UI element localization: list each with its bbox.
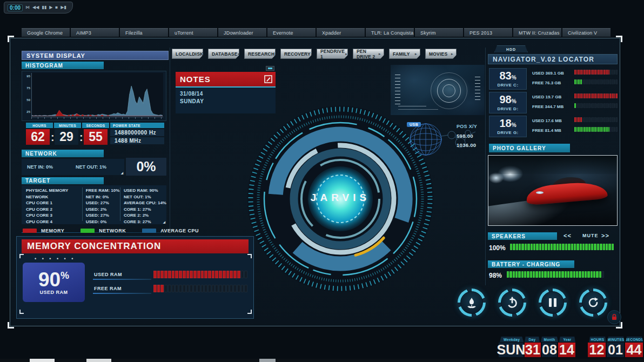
media-player-bar: 0:00 ⋈ ◀◀ ▮▮ ▶ ■ ▶▮ bbox=[4, 2, 73, 14]
button-research[interactable]: RESEARCH► bbox=[244, 49, 276, 59]
battery-title: BATTERY - CHARGING bbox=[492, 262, 560, 267]
button-recovery[interactable]: RECOVERY► bbox=[280, 49, 312, 59]
uptime-seconds: 55 bbox=[84, 129, 108, 145]
speaker-bar[interactable] bbox=[510, 244, 614, 250]
gallery-flower-button[interactable] bbox=[458, 289, 486, 317]
network-title: NETWORK bbox=[25, 151, 57, 157]
power-state-mhz: 1488 MHz bbox=[110, 137, 164, 144]
previous-track-icon[interactable]: ◀◀ bbox=[32, 5, 39, 10]
battery-bar bbox=[507, 271, 604, 278]
y-tick: 95 bbox=[26, 75, 30, 78]
histogram-svg bbox=[32, 73, 163, 116]
histogram-chart bbox=[31, 73, 163, 117]
taskbar-sliver-segment bbox=[259, 359, 276, 362]
button-family[interactable]: FAMILY► bbox=[389, 49, 420, 59]
clock-hours: 12 bbox=[588, 343, 606, 357]
used-ram-bar-label: USED RAM bbox=[94, 272, 122, 277]
speaker-level: 100% bbox=[489, 244, 506, 252]
y-tick: 75 bbox=[26, 86, 30, 90]
pos-x-value: 598.00 bbox=[457, 131, 477, 140]
navigator-header: NAVIGATOR_V.02 LOCATOR bbox=[488, 54, 618, 64]
taskbar-item-xpadder[interactable]: Xpadder bbox=[317, 28, 365, 37]
drive-used-label: USED 19.7 GB bbox=[532, 95, 561, 99]
lock-icon bbox=[611, 313, 618, 321]
network-usage-big: 0% bbox=[126, 158, 166, 176]
taskbar-item-jdownloader[interactable]: JDownloader bbox=[218, 28, 266, 37]
clock-day: 31 bbox=[525, 343, 541, 357]
taskbar-item-mtw2[interactable]: MTW II: Cruzadas bbox=[513, 28, 561, 37]
drive-free-label: FREE 81.4 MB bbox=[532, 128, 561, 133]
drive-pct-num: 98 bbox=[499, 93, 511, 105]
edit-pencil-icon[interactable] bbox=[264, 75, 272, 83]
stop-icon[interactable]: ■ bbox=[55, 5, 58, 10]
button-label: PEN DRIVE 2 bbox=[357, 49, 378, 59]
taskbar-item-aimp3[interactable]: AIMP3 bbox=[71, 28, 119, 37]
seconds-clock-label: SECONDS bbox=[626, 337, 643, 342]
taskbar-item-tlr[interactable]: TLR: La Conquista bbox=[366, 28, 414, 37]
drive-free-label: FREE 344.7 MB bbox=[532, 104, 564, 109]
taskbar-item-chrome[interactable]: Google Chrome bbox=[22, 28, 70, 37]
next-track-icon[interactable]: ▶▮ bbox=[61, 5, 66, 10]
drive-used-bar bbox=[574, 70, 618, 75]
button-label: LOCALDISK bbox=[176, 51, 203, 57]
drive-free-bar bbox=[574, 127, 618, 132]
photo-gallery-image[interactable] bbox=[488, 155, 618, 226]
button-pendrive2[interactable]: PEN DRIVE 2► bbox=[353, 49, 384, 59]
target-cell: NET IN: 0% bbox=[86, 194, 120, 200]
button-label: DATABASE bbox=[212, 51, 238, 57]
sleep-pause-button[interactable] bbox=[539, 289, 567, 317]
target-col-right: USED RAM: 90% NET OUT: 1% AVERAGE CPU: 1… bbox=[120, 187, 166, 224]
target-cell: CORE 2: 2% bbox=[124, 212, 166, 219]
target-cell: USED RAM: 90% bbox=[124, 187, 166, 194]
button-pendrive1[interactable]: PENDRIVE 1► bbox=[317, 49, 348, 59]
quick-buttons-row: LOCALDISK► DATABASE► RESEARCH► RECOVERY►… bbox=[172, 49, 457, 59]
arrow-icon: ► bbox=[414, 52, 418, 56]
taskbar-item-filezilla[interactable]: Filezilla bbox=[120, 28, 168, 37]
year-label: Year bbox=[559, 337, 575, 342]
drive-used-label: USED 17.6 MB bbox=[532, 118, 562, 123]
target-header: TARGET bbox=[22, 177, 104, 184]
system-display-title: SYSTEM DISPLAY bbox=[26, 52, 85, 59]
taskbar-item-utorrent[interactable]: uTorrent bbox=[169, 28, 217, 37]
frame-corner-bracket bbox=[616, 36, 622, 42]
notes-minimize-button[interactable] bbox=[266, 66, 274, 71]
arrow-icon: ► bbox=[274, 52, 278, 56]
sat-ruler-right bbox=[475, 77, 480, 100]
sat-hud-line bbox=[398, 109, 438, 110]
panel-divider bbox=[170, 48, 170, 234]
arrow-icon: ► bbox=[345, 52, 348, 56]
taskbar-sliver-segment bbox=[30, 359, 55, 362]
used-ram-box: 90 % USED RAM bbox=[23, 263, 85, 302]
time-colon: : bbox=[79, 131, 83, 144]
pause-icon bbox=[547, 297, 559, 309]
memory-concentration-header: MEMORY CONCENTRATION bbox=[22, 239, 249, 253]
net-out-value: NET OUT: 1% bbox=[76, 164, 106, 170]
histogram-header: HISTOGRAM bbox=[22, 62, 104, 69]
percent-sign: % bbox=[512, 75, 516, 81]
sat-hud-line bbox=[398, 106, 426, 106]
shuffle-icon[interactable]: ⋈ bbox=[25, 5, 30, 10]
drive-free-bar bbox=[574, 79, 618, 84]
power-button[interactable] bbox=[498, 289, 526, 317]
arrow-icon: ► bbox=[378, 52, 381, 56]
volume-down-button[interactable]: << bbox=[564, 232, 572, 239]
target-cell: FREE RAM: 10% bbox=[86, 187, 120, 194]
button-database[interactable]: DATABASE► bbox=[208, 49, 239, 59]
mute-button[interactable]: MUTE bbox=[582, 233, 599, 238]
taskbar-item-pes2013[interactable]: PES 2013 bbox=[464, 28, 512, 37]
target-cell: CORE 1: 27% bbox=[124, 206, 166, 213]
bracket bbox=[19, 254, 24, 258]
hdd-tab[interactable]: HDD bbox=[494, 45, 528, 52]
target-cell: NETWORK bbox=[26, 194, 82, 200]
button-localdisk[interactable]: LOCALDISK► bbox=[172, 49, 203, 59]
pause-icon[interactable]: ▮▮ bbox=[42, 5, 46, 10]
taskbar-item-skyrim[interactable]: Skyrim bbox=[415, 28, 463, 37]
play-icon[interactable]: ▶ bbox=[49, 5, 52, 10]
volume-up-button[interactable]: >> bbox=[601, 232, 609, 239]
taskbar-item-evernote[interactable]: Evernote bbox=[267, 28, 316, 37]
restart-button[interactable] bbox=[579, 289, 607, 317]
sat-ring bbox=[431, 72, 467, 109]
percent-sign: % bbox=[61, 270, 69, 281]
button-movies[interactable]: MOVIES► bbox=[425, 49, 457, 59]
taskbar-item-civ5[interactable]: Civilization V bbox=[562, 28, 611, 37]
